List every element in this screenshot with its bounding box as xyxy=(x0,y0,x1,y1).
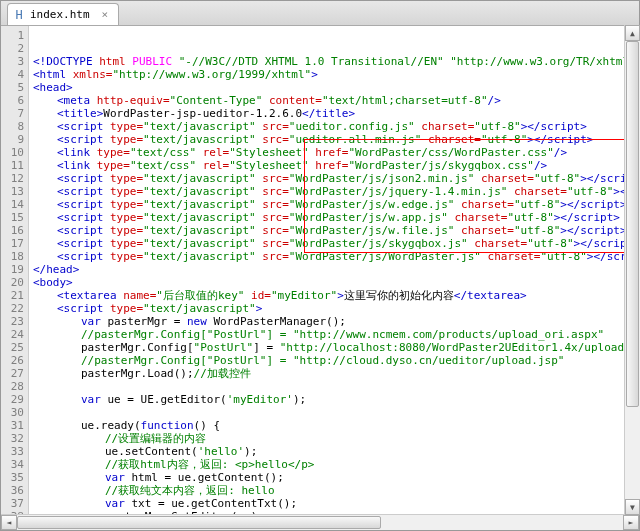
line-number: 36 xyxy=(1,484,24,497)
line-number: 3 xyxy=(1,55,24,68)
scroll-h-track[interactable] xyxy=(17,515,623,530)
code-area[interactable]: <!DOCTYPE html PUBLIC "-//W3C//DTD XHTML… xyxy=(29,26,639,514)
scroll-up-button[interactable]: ▲ xyxy=(625,25,640,41)
line-number: 25 xyxy=(1,341,24,354)
line-number: 20 xyxy=(1,276,24,289)
line-number: 8 xyxy=(1,120,24,133)
code-line[interactable]: </head> xyxy=(33,263,639,276)
line-number: 28 xyxy=(1,380,24,393)
tab-bar: H index.htm × xyxy=(1,1,639,26)
code-editor[interactable]: 1234567891011121314151617181920212223242… xyxy=(1,26,639,514)
scroll-down-button[interactable]: ▼ xyxy=(625,499,640,515)
scroll-v-thumb[interactable] xyxy=(626,41,639,407)
line-number: 11 xyxy=(1,159,24,172)
line-number: 18 xyxy=(1,250,24,263)
code-line[interactable]: <script type="text/javascript" src="Word… xyxy=(33,211,639,224)
scroll-h-thumb[interactable] xyxy=(17,516,381,529)
code-line[interactable]: <script type="text/javascript" src="uedi… xyxy=(33,133,639,146)
code-line[interactable]: <meta http-equiv="Content-Type" content=… xyxy=(33,94,639,107)
code-line[interactable]: <head> xyxy=(33,81,639,94)
line-number: 21 xyxy=(1,289,24,302)
line-number: 12 xyxy=(1,172,24,185)
line-number: 22 xyxy=(1,302,24,315)
line-number: 2 xyxy=(1,42,24,55)
line-number: 7 xyxy=(1,107,24,120)
tab-label: index.htm xyxy=(30,8,90,21)
code-line[interactable]: var txt = ue.getContentTxt(); xyxy=(33,497,639,510)
code-line[interactable]: pasterMgr.Load();//加载控件 xyxy=(33,367,639,380)
code-line[interactable]: var ue = UE.getEditor('myEditor'); xyxy=(33,393,639,406)
code-line[interactable]: <html xmlns="http://www.w3.org/1999/xhtm… xyxy=(33,68,639,81)
code-line[interactable]: <textarea name="后台取值的key" id="myEditor">… xyxy=(33,289,639,302)
code-line[interactable]: <script type="text/javascript" src="Word… xyxy=(33,237,639,250)
code-line[interactable]: <title>WordPaster-jsp-ueditor-1.2.6.0</t… xyxy=(33,107,639,120)
line-number: 13 xyxy=(1,185,24,198)
scrollbar-vertical[interactable]: ▲ ▼ xyxy=(624,25,640,515)
line-number: 27 xyxy=(1,367,24,380)
code-line[interactable]: ue.setContent('hello'); xyxy=(33,445,639,458)
line-number: 15 xyxy=(1,211,24,224)
line-number: 1 xyxy=(1,29,24,42)
line-number: 19 xyxy=(1,263,24,276)
line-number: 23 xyxy=(1,315,24,328)
code-line[interactable]: <script type="text/javascript" src="Word… xyxy=(33,172,639,185)
code-line[interactable]: <script type="text/javascript" src="uedi… xyxy=(33,120,639,133)
line-number: 10 xyxy=(1,146,24,159)
line-gutter: 1234567891011121314151617181920212223242… xyxy=(1,26,29,514)
code-line[interactable]: //设置编辑器的内容 xyxy=(33,432,639,445)
scrollbar-horizontal[interactable]: ◄ ► xyxy=(1,514,639,530)
code-line[interactable]: <!DOCTYPE html PUBLIC "-//W3C//DTD XHTML… xyxy=(33,55,639,68)
line-number: 14 xyxy=(1,198,24,211)
scroll-v-track[interactable] xyxy=(625,41,640,499)
line-number: 9 xyxy=(1,133,24,146)
line-number: 38 xyxy=(1,510,24,514)
line-number: 17 xyxy=(1,237,24,250)
line-number: 24 xyxy=(1,328,24,341)
close-icon[interactable]: × xyxy=(102,8,109,21)
line-number: 31 xyxy=(1,419,24,432)
code-line[interactable]: //获取纯文本内容，返回: hello xyxy=(33,484,639,497)
line-number: 5 xyxy=(1,81,24,94)
line-number: 29 xyxy=(1,393,24,406)
code-line[interactable]: <script type="text/javascript" src="Word… xyxy=(33,185,639,198)
code-line[interactable]: <script type="text/javascript" src="Word… xyxy=(33,198,639,211)
code-line[interactable]: pasterMgr.SetEditor(ue); xyxy=(33,510,639,514)
code-line[interactable]: <body> xyxy=(33,276,639,289)
code-line[interactable]: <link type="text/css" rel="Stylesheet" h… xyxy=(33,146,639,159)
line-number: 32 xyxy=(1,432,24,445)
code-line[interactable]: <script type="text/javascript" src="Word… xyxy=(33,224,639,237)
line-number: 35 xyxy=(1,471,24,484)
code-line[interactable]: <link type="text/css" rel="Stylesheet" h… xyxy=(33,159,639,172)
code-line[interactable]: var html = ue.getContent(); xyxy=(33,471,639,484)
scroll-right-button[interactable]: ► xyxy=(623,515,639,530)
line-number: 16 xyxy=(1,224,24,237)
code-line[interactable]: //pasterMgr.Config["PostUrl"] = "http://… xyxy=(33,328,639,341)
code-line[interactable] xyxy=(33,380,639,393)
line-number: 34 xyxy=(1,458,24,471)
code-line[interactable]: var pasterMgr = new WordPasterManager(); xyxy=(33,315,639,328)
line-number: 26 xyxy=(1,354,24,367)
tab-index-htm[interactable]: H index.htm × xyxy=(7,3,119,25)
code-line[interactable]: <script type="text/javascript" src="Word… xyxy=(33,250,639,263)
line-number: 37 xyxy=(1,497,24,510)
code-line[interactable]: <script type="text/javascript"> xyxy=(33,302,639,315)
code-line[interactable]: ue.ready(function() { xyxy=(33,419,639,432)
line-number: 6 xyxy=(1,94,24,107)
scroll-left-button[interactable]: ◄ xyxy=(1,515,17,530)
code-line[interactable]: //pasterMgr.Config["PostUrl"] = "http://… xyxy=(33,354,639,367)
file-icon: H xyxy=(12,8,26,22)
code-line[interactable]: pasterMgr.Config["PostUrl"] = "http://lo… xyxy=(33,341,639,354)
code-line[interactable] xyxy=(33,406,639,419)
line-number: 33 xyxy=(1,445,24,458)
code-line[interactable]: //获取html内容，返回: <p>hello</p> xyxy=(33,458,639,471)
editor-window: H index.htm × 12345678910111213141516171… xyxy=(0,0,640,531)
line-number: 30 xyxy=(1,406,24,419)
line-number: 4 xyxy=(1,68,24,81)
